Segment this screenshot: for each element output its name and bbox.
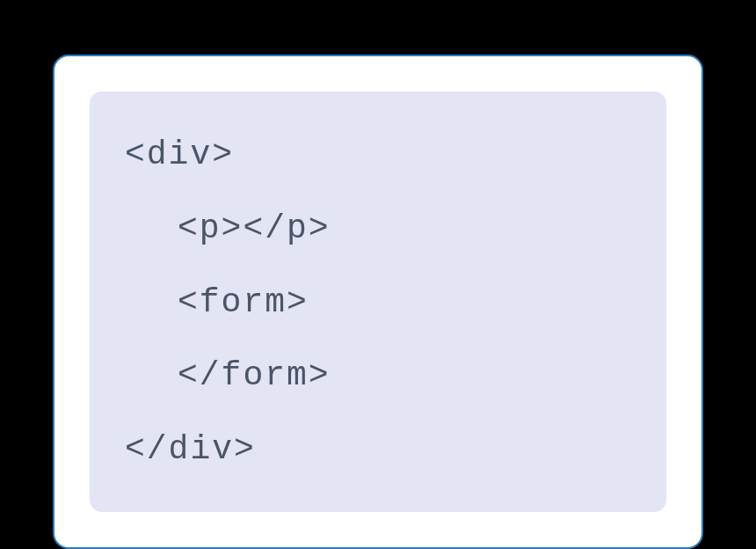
code-card: <div> <p></p> <form> </form> </div>: [53, 55, 703, 549]
code-line-2: <p></p>: [125, 209, 631, 247]
code-line-4: </form>: [125, 356, 631, 394]
code-block: <div> <p></p> <form> </form> </div>: [90, 92, 666, 512]
code-line-3: <form>: [125, 283, 631, 321]
code-line-5: </div>: [125, 430, 631, 468]
code-line-1: <div>: [125, 135, 631, 173]
